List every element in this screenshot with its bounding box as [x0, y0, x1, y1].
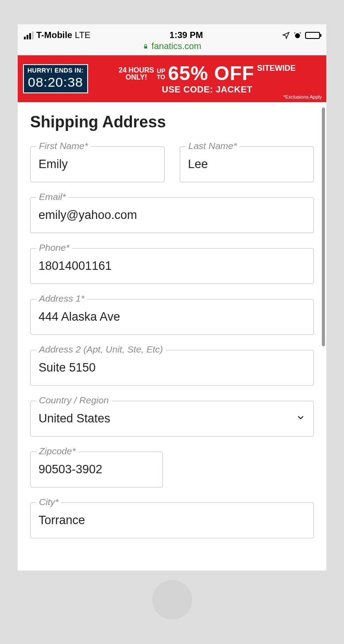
- promo-hours-1: 24 HOURS: [119, 67, 154, 74]
- promo-code: USE CODE: JACKET: [162, 85, 253, 94]
- first-name-field-wrap: First Name*: [30, 146, 165, 182]
- countdown-box: HURRY! ENDS IN: 08:20:38: [23, 64, 88, 93]
- last-name-field-wrap: Last Name*: [180, 146, 314, 182]
- zip-field-wrap: Zipcode*: [30, 452, 163, 487]
- url-label: fanatics.com: [151, 41, 201, 51]
- phone-input[interactable]: [30, 248, 314, 284]
- address2-label: Address 2 (Apt, Unit, Ste, Etc): [36, 345, 166, 354]
- clock: 1:39 PM: [170, 30, 203, 40]
- svg-point-0: [295, 33, 300, 38]
- phone-label: Phone*: [36, 243, 72, 252]
- phone-field-wrap: Phone*: [30, 248, 314, 284]
- carrier-label: T-Mobile: [36, 30, 72, 40]
- promo-sitewide: SITEWIDE: [257, 64, 296, 73]
- home-indicator[interactable]: [152, 580, 192, 620]
- countdown-time: 08:20:38: [27, 75, 84, 90]
- lock-icon: [143, 43, 149, 50]
- address1-input[interactable]: [30, 299, 314, 335]
- city-input[interactable]: [30, 502, 314, 538]
- address1-label: Address 1*: [36, 294, 87, 303]
- country-select[interactable]: United States: [30, 401, 314, 437]
- phone-frame: T-Mobile LTE 1:39 PM fa: [0, 0, 344, 644]
- address2-input[interactable]: [30, 350, 314, 386]
- address2-field-wrap: Address 2 (Apt, Unit, Ste, Etc): [30, 350, 314, 386]
- location-arrow-icon: [282, 31, 290, 39]
- network-label: LTE: [75, 30, 90, 40]
- promo-content: 24 HOURS ONLY! UP TO 65% OFF SITEWIDE US…: [93, 63, 321, 94]
- scrollbar[interactable]: [322, 107, 325, 346]
- last-name-input[interactable]: [180, 146, 314, 182]
- promo-upto-1: UP: [157, 68, 165, 74]
- first-name-input[interactable]: [30, 146, 165, 182]
- email-input[interactable]: [30, 197, 314, 233]
- city-label: City*: [36, 497, 61, 506]
- zip-label: Zipcode*: [36, 446, 78, 456]
- promo-upto-2: TO: [157, 74, 165, 80]
- status-bar: T-Mobile LTE 1:39 PM fa: [18, 24, 326, 55]
- country-field-wrap: Country / Region United States: [30, 401, 314, 437]
- screen: T-Mobile LTE 1:39 PM fa: [18, 24, 326, 571]
- last-name-label: Last Name*: [186, 141, 240, 150]
- page-title: Shipping Address: [30, 113, 314, 131]
- countdown-label: HURRY! ENDS IN:: [27, 67, 84, 74]
- signal-icon: [24, 31, 34, 39]
- promo-banner[interactable]: HURRY! ENDS IN: 08:20:38 24 HOURS ONLY! …: [18, 55, 326, 102]
- svg-rect-1: [144, 46, 147, 48]
- promo-percent: 65% OFF: [168, 63, 254, 84]
- address1-field-wrap: Address 1*: [30, 299, 314, 335]
- promo-hours-2: ONLY!: [119, 74, 154, 81]
- first-name-label: First Name*: [36, 141, 91, 150]
- chevron-down-icon: [296, 412, 305, 426]
- email-label: Email*: [36, 192, 69, 201]
- alarm-icon: [294, 31, 301, 39]
- promo-exclusions: *Exclusions Apply: [283, 94, 322, 100]
- email-field-wrap: Email*: [30, 197, 314, 233]
- battery-icon: [305, 32, 320, 39]
- zip-input[interactable]: [30, 452, 163, 487]
- shipping-form-section: Shipping Address First Name* Last Name* …: [18, 102, 326, 538]
- city-field-wrap: City*: [30, 502, 314, 538]
- country-value: United States: [39, 412, 110, 426]
- country-label: Country / Region: [36, 395, 112, 405]
